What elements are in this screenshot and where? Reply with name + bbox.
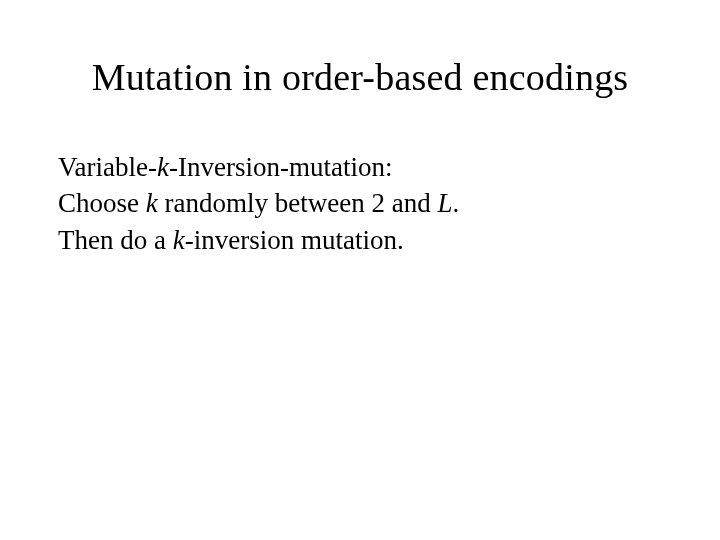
line2-k-italic: k bbox=[146, 188, 158, 218]
body-line-1: Variable-k-Inversion-mutation: bbox=[58, 149, 670, 185]
slide-title: Mutation in order-based encodings bbox=[50, 55, 670, 99]
line2-L-italic: L bbox=[437, 188, 452, 218]
line1-k-italic: k bbox=[157, 152, 169, 182]
line2-pre: Choose bbox=[58, 188, 146, 218]
line1-pre: Variable- bbox=[58, 152, 157, 182]
line3-post: -inversion mutation. bbox=[185, 225, 404, 255]
slide-container: Mutation in order-based encodings Variab… bbox=[0, 0, 720, 540]
slide-body: Variable-k-Inversion-mutation: Choose k … bbox=[50, 149, 670, 258]
line2-mid: randomly between 2 and bbox=[158, 188, 438, 218]
line3-k-italic: k bbox=[173, 225, 185, 255]
line3-pre: Then do a bbox=[58, 225, 173, 255]
body-line-3: Then do a k-inversion mutation. bbox=[58, 222, 670, 258]
line1-post: -Inversion-mutation: bbox=[169, 152, 392, 182]
line2-post: . bbox=[452, 188, 459, 218]
body-line-2: Choose k randomly between 2 and L. bbox=[58, 185, 670, 221]
